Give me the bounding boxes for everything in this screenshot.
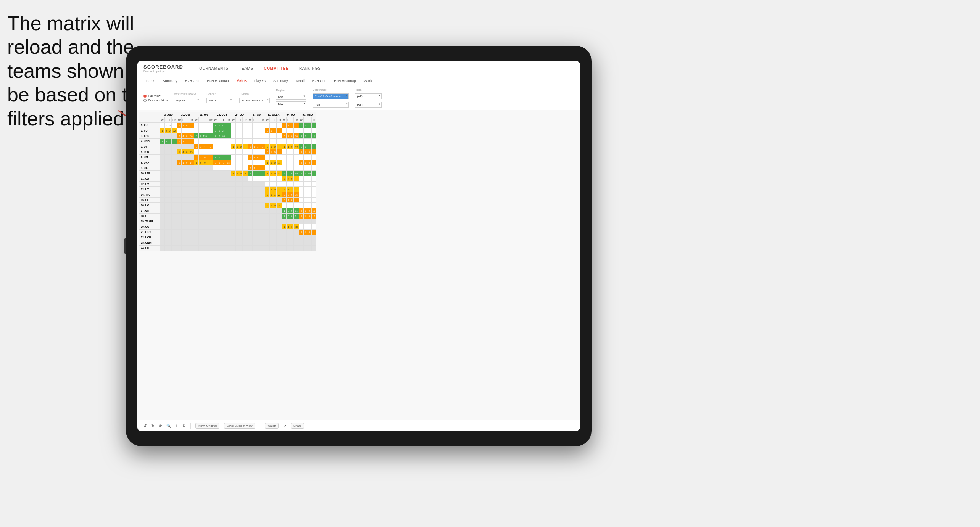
matrix-cell-diagonal [189, 208, 194, 214]
undo-icon[interactable]: ↺ [143, 424, 147, 428]
table-row: 7. UM01010010 [139, 155, 316, 160]
nav-committee[interactable]: COMMITTEE [261, 65, 291, 72]
region-select[interactable]: N/A [276, 94, 306, 100]
matrix-cell [277, 182, 282, 187]
subnav-h2h-heatmap[interactable]: H2H Heatmap [206, 78, 230, 84]
matrix-cell [299, 224, 304, 230]
col-header-ucla: 31. UCLA [265, 112, 282, 117]
zoom-out-icon[interactable]: 🔍 [166, 424, 171, 428]
matrix-cell-diagonal [213, 203, 218, 208]
matrix-cell-diagonal [260, 198, 265, 203]
row-header-label: 7. UM [139, 155, 160, 160]
subnav-matrix[interactable]: Matrix [235, 77, 248, 84]
matrix-cell: 0 [303, 144, 307, 149]
subnav-summary[interactable]: Summary [161, 78, 179, 84]
matrix-area[interactable]: 3. ASU 10. UW 11. UA 22. UCB 24. UO 27. … [137, 110, 580, 420]
row-header-label: 9. UA [139, 165, 160, 171]
matrix-cell-diagonal [164, 171, 168, 176]
matrix-cell-diagonal [260, 224, 265, 230]
matrix-cell-diagonal [164, 144, 168, 149]
subnav-players[interactable]: Players [253, 78, 267, 84]
matrix-cell-diagonal [202, 192, 208, 198]
matrix-cell-diagonal [194, 246, 199, 251]
compact-view-radio[interactable]: Compact View [143, 98, 168, 102]
matrix-cell [213, 149, 218, 155]
table-row: 9. UA01 [139, 165, 316, 171]
matrix-cell-diagonal [177, 224, 182, 230]
matrix-cell [226, 165, 231, 171]
matrix-cell: 0 [202, 155, 208, 160]
matrix-cell-diagonal [256, 224, 260, 230]
matrix-cell: 3 [248, 171, 253, 176]
matrix-cell-diagonal [273, 235, 277, 240]
refresh-icon[interactable]: ⟳ [159, 424, 162, 428]
matrix-cell [311, 144, 316, 149]
matrix-cell-diagonal [293, 219, 299, 224]
matrix-cell [311, 224, 316, 230]
matrix-cell-diagonal [198, 182, 202, 187]
share-btn[interactable]: Share [291, 423, 304, 429]
team-select[interactable]: (All) [355, 93, 382, 99]
nav-rankings[interactable]: RANKINGS [297, 65, 323, 72]
division-select[interactable]: NCAA Division I NCAA Division II [239, 98, 270, 103]
matrix-cell-diagonal [287, 230, 290, 235]
save-custom-btn[interactable]: Save Custom View [224, 423, 255, 429]
matrix-cell-diagonal [239, 246, 243, 251]
matrix-cell: 1 [256, 171, 260, 176]
matrix-cell [303, 192, 307, 198]
share-icon[interactable]: ↗ [283, 424, 286, 428]
matrix-cell-diagonal [202, 214, 208, 219]
watch-btn[interactable]: Watch [265, 423, 279, 429]
full-view-radio[interactable]: Full View [143, 94, 168, 98]
matrix-cell [277, 176, 282, 182]
matrix-cell-diagonal [290, 235, 293, 240]
matrix-cell-diagonal [260, 246, 265, 251]
subnav-h2h-heatmap2[interactable]: H2H Heatmap [332, 78, 357, 84]
table-row: 2. VU12012202701 [139, 128, 316, 133]
matrix-cell: 1 [253, 144, 256, 149]
nav-tournaments[interactable]: TOURNAMENTS [195, 65, 231, 72]
matrix-cell: 1 [265, 160, 270, 165]
region-sub-select[interactable]: N/A [276, 101, 306, 107]
matrix-cell [243, 128, 248, 133]
subnav-summary2[interactable]: Summary [272, 78, 290, 84]
matrix-cell [221, 155, 226, 160]
matrix-cell [269, 123, 273, 128]
subnav-h2h-grid[interactable]: H2H Grid [184, 78, 201, 84]
matrix-cell-diagonal [168, 198, 171, 203]
matrix-cell: 0 [307, 208, 312, 214]
matrix-cell-diagonal [235, 198, 239, 203]
max-teams-label: Max teams in view [174, 93, 200, 95]
matrix-cell [293, 149, 299, 155]
matrix-cell-diagonal [177, 230, 182, 235]
matrix-cell [260, 123, 265, 128]
matrix-cell-diagonal [208, 198, 213, 203]
matrix-cell: 36 [293, 192, 299, 198]
subnav-teams[interactable]: Teams [143, 78, 157, 84]
gender-select[interactable]: Men's Women's [206, 98, 233, 103]
subnav-h2h-grid2[interactable]: H2H Grid [311, 78, 328, 84]
conference-select[interactable]: Pac-12 Conference (All) [313, 93, 349, 99]
settings-icon[interactable]: ⚙ [182, 424, 186, 428]
matrix-cell: 1 [287, 123, 290, 128]
redo-icon[interactable]: ↻ [151, 424, 154, 428]
matrix-cell-diagonal [164, 208, 168, 214]
subnav-matrix2[interactable]: Matrix [362, 78, 374, 84]
matrix-cell-diagonal [290, 219, 293, 224]
conference-sub-select[interactable]: (All) [313, 102, 349, 108]
team-sub-select[interactable]: (All) [355, 102, 382, 108]
max-teams-select[interactable]: Top 25 Top 10 Top 50 [174, 98, 200, 103]
matrix-cell-diagonal [256, 187, 260, 192]
zoom-in-icon[interactable]: + [176, 424, 178, 428]
matrix-cell-diagonal [194, 203, 199, 208]
matrix-cell: 1 [269, 149, 273, 155]
nav-teams[interactable]: TEAMS [237, 65, 255, 72]
subnav-detail[interactable]: Detail [294, 78, 306, 84]
matrix-cell [269, 133, 273, 139]
matrix-cell-diagonal [160, 176, 165, 182]
matrix-cell-diagonal [185, 246, 189, 251]
matrix-cell-diagonal [182, 219, 185, 224]
matrix-cell [194, 149, 199, 155]
matrix-cell-diagonal [182, 208, 185, 214]
view-original-btn[interactable]: View: Original [195, 423, 219, 429]
